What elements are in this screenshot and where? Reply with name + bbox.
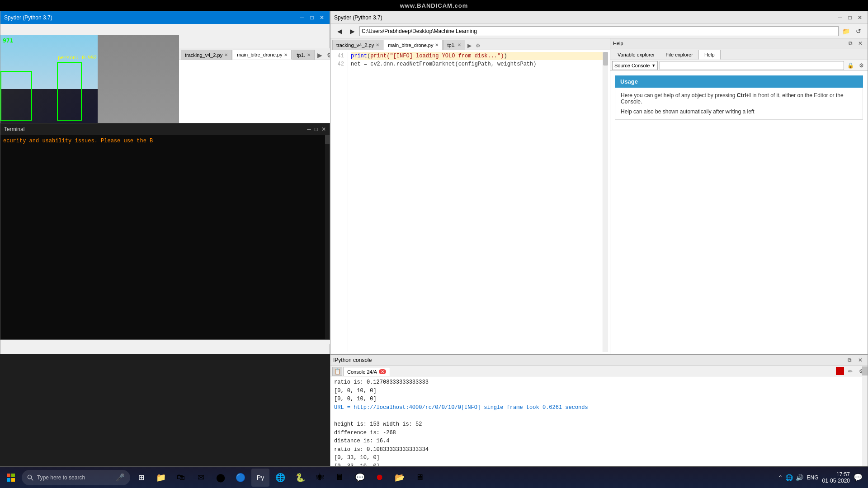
store-icon[interactable]: 🛍 bbox=[172, 469, 190, 487]
console-line-1: [0, 0, 10, 0] bbox=[334, 387, 864, 395]
python-icon[interactable]: Py bbox=[251, 469, 269, 487]
app-icon-2[interactable]: 🌐 bbox=[271, 469, 289, 487]
new-console-btn[interactable]: 📋 bbox=[332, 367, 342, 376]
path-input[interactable] bbox=[359, 26, 839, 36]
frame-counter: 971 bbox=[3, 37, 13, 44]
tab-file-explorer[interactable]: File explorer bbox=[660, 50, 698, 60]
console-action-icons: ✏ ⚙ bbox=[836, 367, 866, 376]
notification-icon[interactable]: 💬 bbox=[854, 473, 863, 482]
start-button[interactable] bbox=[2, 469, 20, 487]
console-tab-close-icon[interactable]: ✕ bbox=[379, 369, 386, 374]
minimize-button[interactable]: ─ bbox=[298, 14, 306, 22]
console-line-7: ratio is: 0.10833333333333334 bbox=[334, 446, 864, 454]
ide-title: Spyder (Python 3.7) bbox=[334, 14, 382, 21]
record-icon[interactable]: ⏺ bbox=[371, 469, 389, 487]
source-console-dropdown[interactable]: Source Console ▼ bbox=[612, 61, 658, 70]
chevron-up-icon[interactable]: ⌃ bbox=[778, 474, 783, 481]
terminal-close[interactable]: ✕ bbox=[321, 126, 326, 132]
taskbar-search[interactable]: Type here to search 🎤 bbox=[22, 470, 130, 485]
console-tab-24a[interactable]: Console 24/A ✕ bbox=[343, 367, 390, 376]
stop-button[interactable] bbox=[836, 367, 844, 375]
ide-tab-close-2[interactable]: ✕ bbox=[435, 42, 439, 47]
car-bounding-box bbox=[0, 71, 32, 121]
file-explorer-icon[interactable]: 📁 bbox=[152, 469, 170, 487]
console-line-6: distance is: 16.4 bbox=[334, 437, 864, 446]
app-icon-3[interactable]: 🐍 bbox=[291, 469, 309, 487]
tab-tp1[interactable]: tp1. ✕ bbox=[292, 50, 314, 60]
back-button[interactable]: ◀ bbox=[334, 26, 345, 37]
files-icon[interactable]: 📂 bbox=[391, 469, 409, 487]
terminal-scrollbar[interactable] bbox=[325, 135, 330, 339]
help-lock-btn[interactable]: 🔒 bbox=[846, 61, 855, 70]
usage-text-line1: Here you can get help of any object by p… bbox=[621, 92, 857, 105]
ide-minimize[interactable]: ─ bbox=[836, 14, 844, 22]
tab-close-tp1[interactable]: ✕ bbox=[307, 52, 311, 57]
console-scrollbar[interactable] bbox=[862, 366, 868, 466]
ide-tabs-gear[interactable]: ⚙ bbox=[474, 42, 482, 50]
chrome-icon[interactable]: ⬤ bbox=[212, 469, 230, 487]
editor-scrollbar[interactable] bbox=[603, 52, 608, 352]
volume-icon[interactable]: 🔊 bbox=[796, 474, 803, 481]
ide-maximize[interactable]: □ bbox=[846, 14, 854, 22]
language-indicator[interactable]: ENG bbox=[807, 474, 819, 481]
ide-tabs-arrow[interactable]: ▶ bbox=[466, 42, 473, 50]
ide-editor-area: tracking_v4_2.py ✕ main_bitre_drone.py ✕… bbox=[330, 38, 610, 354]
terminal-window: Terminal ─ □ ✕ ecurity and usability iss… bbox=[0, 123, 330, 340]
calculator-icon[interactable]: 🖩 bbox=[331, 469, 349, 487]
switch-icon[interactable]: 🖥 bbox=[410, 469, 429, 487]
svg-rect-1 bbox=[11, 474, 15, 477]
console-line-0: ratio is: 0.12708333333333333 bbox=[334, 378, 864, 387]
ide-close[interactable]: ✕ bbox=[856, 14, 864, 22]
console-edit-btn[interactable]: ✏ bbox=[846, 367, 855, 376]
app-icon-4[interactable]: 🕷 bbox=[311, 469, 329, 487]
help-close-btn[interactable]: ✕ bbox=[856, 39, 865, 48]
console-line-3: URL = http://localhost:4000/rc/0/0/10/0[… bbox=[334, 404, 864, 412]
mail-icon[interactable]: ✉ bbox=[192, 469, 210, 487]
tab-main-bitre[interactable]: main_bitre_drone.py ✕ bbox=[233, 50, 292, 60]
network-icon[interactable]: 🌐 bbox=[785, 474, 793, 481]
ide-editor-tabs: tracking_v4_2.py ✕ main_bitre_drone.py ✕… bbox=[330, 38, 610, 50]
editor-scrollbar-thumb bbox=[603, 52, 608, 66]
ipython-expand-btn[interactable]: ⧉ bbox=[845, 356, 854, 365]
spyder-title: Spyder (Python 3.7) bbox=[4, 14, 52, 21]
ide-tab-tp1[interactable]: tp1. ✕ bbox=[443, 40, 465, 50]
sync-button[interactable]: ↺ bbox=[853, 26, 864, 37]
editor-tabs: tracking_v4_2.py ✕ main_bitre_drone.py ✕… bbox=[179, 48, 330, 60]
tab-help[interactable]: Help bbox=[698, 50, 721, 60]
forward-button[interactable]: ▶ bbox=[347, 26, 358, 37]
ide-tab-close-1[interactable]: ✕ bbox=[376, 42, 379, 47]
taskview-button[interactable]: ⊞ bbox=[132, 469, 150, 487]
spyder-window-controls: ─ □ ✕ bbox=[298, 14, 326, 22]
close-button[interactable]: ✕ bbox=[318, 14, 326, 22]
tab-close-main[interactable]: ✕ bbox=[284, 52, 288, 57]
help-detach-btn[interactable]: ⧉ bbox=[846, 39, 855, 48]
ide-titlebar: Spyder (Python 3.7) ─ □ ✕ bbox=[330, 11, 868, 24]
console-line-4: height is: 153 width is: 52 bbox=[334, 420, 864, 429]
app-icon-1[interactable]: 🔵 bbox=[231, 469, 250, 487]
ide-tab-tracking[interactable]: tracking_v4_2.py ✕ bbox=[332, 40, 383, 50]
skype-icon[interactable]: 💬 bbox=[351, 469, 369, 487]
ide-tab-close-3[interactable]: ✕ bbox=[458, 42, 461, 47]
folder-button[interactable]: 📁 bbox=[840, 26, 851, 37]
ide-toolbar: ◀ ▶ 📁 ↺ bbox=[330, 24, 868, 38]
help-options-btn[interactable]: ⚙ bbox=[857, 61, 866, 70]
line-num-41: 41 bbox=[332, 52, 344, 60]
object-input[interactable] bbox=[660, 61, 844, 70]
ide-code-area: 41 42 print(print("[INFO] loading YOLO f… bbox=[330, 50, 610, 354]
clock-date: 01-05-2020 bbox=[822, 478, 850, 484]
spyder-titlebar: Spyder (Python 3.7) ─ □ ✕ bbox=[0, 11, 330, 24]
terminal-maximize[interactable]: □ bbox=[315, 126, 318, 132]
tab-close-tracking[interactable]: ✕ bbox=[224, 52, 228, 57]
taskbar-clock[interactable]: 17:57 01-05-2020 bbox=[822, 471, 850, 484]
code-lines: print(print("[INFO] loading YOLO from di… bbox=[351, 52, 603, 352]
maximize-button[interactable]: □ bbox=[308, 14, 316, 22]
tab-tracking[interactable]: tracking_v4_2.py ✕ bbox=[181, 50, 232, 60]
tab-variable-explorer[interactable]: Variable explorer bbox=[612, 50, 660, 60]
ipython-close-btn[interactable]: ✕ bbox=[856, 356, 865, 365]
ipython-titlebar: IPython console ⧉ ✕ bbox=[330, 355, 868, 366]
line-numbers: 41 42 bbox=[332, 52, 348, 352]
more-tabs-icon[interactable]: ▶ bbox=[316, 51, 324, 60]
ide-tab-main[interactable]: main_bitre_drone.py ✕ bbox=[384, 40, 443, 50]
microphone-icon[interactable]: 🎤 bbox=[116, 473, 125, 482]
terminal-minimize[interactable]: ─ bbox=[307, 126, 311, 132]
